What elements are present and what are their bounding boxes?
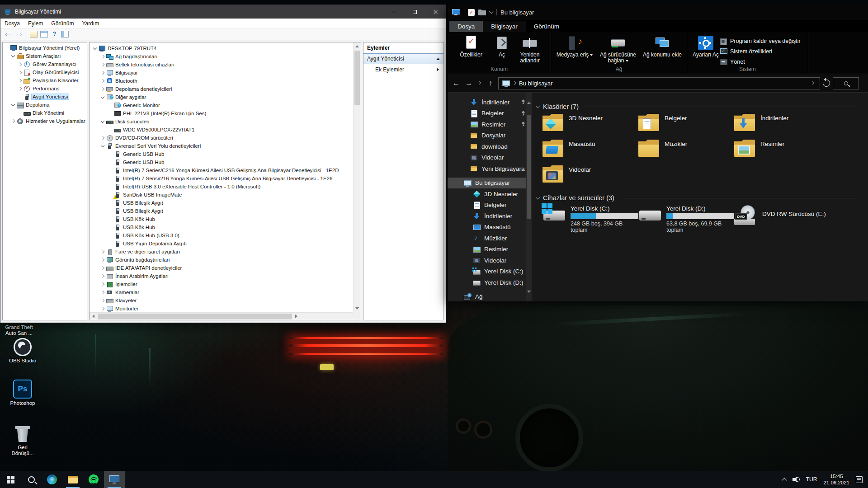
device-tree-item[interactable]: Bilgisayar — [90, 69, 353, 77]
chevron-right-icon[interactable] — [101, 63, 104, 66]
device-tree-item[interactable]: DVD/CD-ROM sürücüleri — [90, 134, 353, 142]
tab-dosya[interactable]: Dosya — [449, 21, 483, 32]
chevron-right-icon[interactable] — [18, 79, 22, 82]
device-tree-item[interactable]: USB Kök Hub (USB 3.0) — [90, 231, 353, 239]
device-tree-item[interactable]: Disk sürücüleri — [90, 117, 353, 126]
device-list-hscrollbar[interactable] — [90, 312, 353, 320]
device-tree-item[interactable]: Intel(R) 7 Serisi/216 Yonga Kümesi Ailes… — [90, 174, 353, 183]
device-tree-item[interactable]: DESKTOP-79TRUT4 — [90, 44, 353, 52]
cm-tree-item[interactable]: Olay Görüntüleyicisi — [3, 68, 87, 76]
chevron-down-icon[interactable] — [101, 119, 104, 122]
device-list-vscrollbar[interactable] — [353, 42, 361, 312]
access-media-button[interactable]: Medyaya eriş — [556, 35, 594, 58]
cm-tree-item[interactable]: Görev Zamanlayıcı — [3, 60, 87, 68]
folder-tile-videolar[interactable]: Videolar — [542, 165, 638, 185]
map-network-drive-button[interactable]: Ağ sürücüsüne bağlan — [594, 35, 642, 64]
device-tree-item[interactable]: SanDisk USB ImageMate — [90, 191, 353, 199]
actions-item-more-actions[interactable]: Ek Eylemler — [363, 64, 443, 75]
language-indicator[interactable]: TUR — [803, 471, 821, 488]
device-tree-item[interactable]: Intel(R) USB 3.0 eXtensible Host Control… — [90, 183, 353, 191]
drive-tile-disk-0[interactable]: Yerel Disk (C:)248 GB boş, 394 GB toplam — [542, 205, 638, 230]
menu-item-görünüm[interactable]: Görünüm — [47, 20, 78, 27]
taskbar-edge-button[interactable] — [42, 471, 62, 488]
sidebar-item-i̇ndirilenler[interactable]: İndirilenler — [448, 211, 532, 222]
refresh-icon[interactable] — [821, 78, 832, 89]
sidebar-item-yeni bilgisayara atılacal[interactable]: Yeni Bilgisayara Atılacal — [448, 163, 532, 174]
taskbar-computer-management-button[interactable] — [104, 471, 125, 488]
folders-section-header[interactable]: Klasörler (7) — [536, 103, 859, 110]
folder-tile-resimler[interactable]: Resimler — [734, 140, 830, 160]
show-console-tree-icon[interactable] — [40, 31, 48, 38]
scrollbar-thumb[interactable] — [527, 115, 531, 219]
show-action-pane-icon[interactable] — [61, 31, 69, 38]
qat-new-folder-icon[interactable] — [478, 9, 486, 15]
folder-tile-i̇ndirilenler[interactable]: İndirilenler — [734, 114, 830, 134]
device-tree-item[interactable]: Bellek teknolojisi cihazları — [90, 61, 353, 69]
scroll-left-icon[interactable] — [90, 313, 97, 320]
sidebar-scrollbar[interactable] — [526, 93, 532, 301]
qat-customize-icon[interactable] — [489, 9, 494, 14]
recent-locations-icon[interactable] — [477, 81, 481, 84]
taskbar-explorer-button[interactable] — [62, 471, 83, 488]
chevron-right-icon[interactable] — [101, 79, 104, 83]
sidebar-item-i̇ndirilenler[interactable]: İndirilenler — [448, 97, 532, 108]
address-dropdown-icon[interactable] — [811, 81, 814, 84]
tab-bilgisayar[interactable]: Bilgisayar — [483, 21, 526, 32]
cm-tree-item[interactable]: Depolama — [3, 101, 87, 109]
forward-arrow-icon[interactable]: ⇨ — [15, 31, 24, 38]
volume-button[interactable] — [789, 471, 803, 488]
scroll-up-icon[interactable] — [527, 95, 531, 102]
chevron-down-icon[interactable] — [101, 143, 104, 147]
chevron-right-icon[interactable] — [101, 87, 104, 91]
chevron-right-icon[interactable] — [101, 266, 104, 270]
close-button[interactable] — [425, 5, 446, 19]
add-network-location-button[interactable]: Ağ konumu ekle — [642, 35, 682, 58]
chevron-down-icon[interactable] — [93, 46, 97, 49]
drive-tile-dvd[interactable]: DVDDVD RW Sürücüsü (E:) — [734, 205, 830, 230]
chevron-right-icon[interactable] — [18, 70, 22, 74]
chevron-right-icon[interactable] — [101, 299, 104, 302]
clock[interactable]: 15:45 21.06.2021 — [820, 471, 853, 488]
sidebar-item-dosyalar[interactable]: Dosyalar — [448, 130, 532, 141]
desktop-icon-recycle-bin[interactable]: Geri Dönüşü... — [4, 424, 42, 456]
vscrollbar-thumb[interactable] — [354, 51, 360, 105]
uninstall-program-button[interactable]: Program kaldır veya değiştir — [720, 37, 801, 46]
cm-tree-item[interactable]: Aygıt Yöneticisi — [3, 93, 87, 101]
sidebar-item-belgeler[interactable]: Belgeler — [448, 108, 532, 119]
open-settings-button[interactable]: Ayarları Aç — [692, 35, 720, 58]
device-tree-item[interactable]: PHL 221V8 (Intel(R) Ekran İçin Ses) — [90, 109, 353, 117]
chevron-right-icon[interactable] — [11, 119, 15, 123]
chevron-down-icon[interactable] — [11, 53, 15, 57]
manage-button[interactable]: Yönet — [720, 57, 801, 66]
chevron-right-icon[interactable] — [101, 136, 104, 140]
sidebar-item-download[interactable]: download — [448, 141, 532, 152]
sidebar-item-resimler[interactable]: Resimler — [448, 244, 532, 255]
device-tree-item[interactable]: Generic USB Hub — [90, 150, 353, 158]
collapse-icon[interactable] — [436, 58, 440, 60]
device-tree-item[interactable]: Klavyeler — [90, 296, 353, 305]
sidebar-item-yerel disk (d:)[interactable]: Yerel Disk (D:) — [448, 277, 532, 288]
drives-section-header[interactable]: Cihazlar ve sürücüler (3) — [536, 194, 859, 202]
sidebar-item-belgeler[interactable]: Belgeler — [448, 200, 532, 211]
minimize-button[interactable] — [383, 5, 404, 19]
device-tree-item[interactable]: Generic USB Hub — [90, 158, 353, 166]
device-tree-item[interactable]: Görüntü bağdaştırıcıları — [90, 256, 353, 264]
device-tree-item[interactable]: Generic Monitor — [90, 101, 353, 109]
scroll-down-icon[interactable] — [527, 293, 531, 300]
hscrollbar-thumb[interactable] — [98, 314, 292, 319]
folder-tile-3d nesneler[interactable]: 3D Nesneler — [542, 114, 638, 134]
chevron-down-icon[interactable] — [101, 94, 104, 98]
sidebar-item-videolar[interactable]: Videolar — [448, 152, 532, 164]
up-icon[interactable]: ↑ — [486, 79, 495, 87]
tab-görünüm[interactable]: Görünüm — [526, 21, 567, 32]
qat-properties-icon[interactable] — [468, 9, 475, 16]
chevron-right-icon[interactable] — [101, 282, 104, 286]
desktop-icon-obs[interactable]: OBS Studio — [4, 338, 42, 364]
chevron-right-icon[interactable] — [101, 291, 104, 294]
menu-item-dosya[interactable]: Dosya — [0, 20, 24, 27]
device-tree-item[interactable]: Diğer aygıtlar — [90, 93, 353, 101]
taskbar-spotify-button[interactable] — [83, 471, 104, 488]
properties-button[interactable]: Özellikler — [452, 35, 490, 58]
rename-button[interactable]: Yeniden adlandır — [514, 35, 546, 64]
cm-tree-item[interactable]: Bilgisayar Yönetimi (Yerel) — [3, 44, 87, 52]
